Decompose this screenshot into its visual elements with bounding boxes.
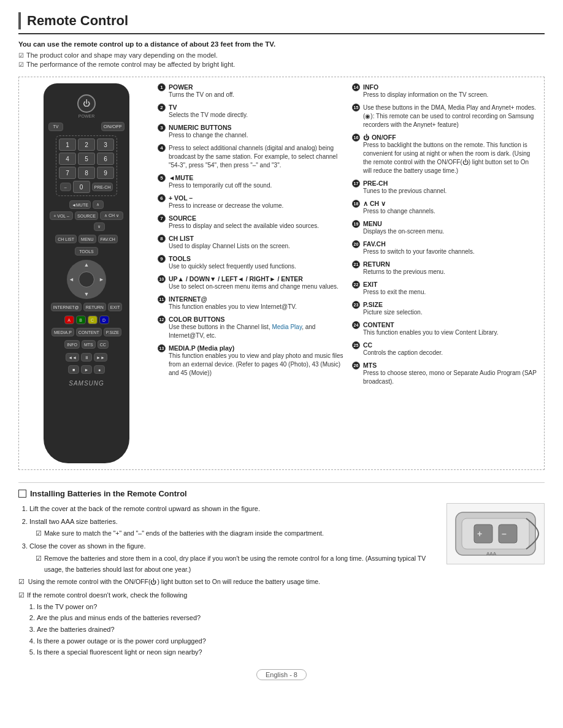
nav-right-icon: ►	[99, 276, 104, 282]
desc-15: 15 Use these buttons in the DMA, Media P…	[352, 104, 538, 129]
tv-button[interactable]: TV	[48, 123, 63, 131]
pause-button[interactable]: ⏸	[81, 353, 92, 362]
desc-11: 11 INTERNET@This function enables you to…	[158, 295, 343, 311]
red-button[interactable]: A	[64, 316, 74, 324]
desc-12: 12 COLOR BUTTONSUse these buttons in the…	[158, 316, 343, 340]
desc-20: 20 FAV.CHPress to switch to your favorit…	[352, 240, 538, 256]
note-icon-1: ☑	[18, 52, 24, 59]
internet-button[interactable]: INTERNET@	[51, 303, 82, 311]
desc-19: 19 MENUDisplays the on-screen menu.	[352, 220, 538, 236]
troubleshoot-list: Is the TV power on? Are the plus and min…	[18, 601, 434, 658]
nav-ring: ▲ ▼ ◄ ►	[67, 260, 106, 299]
exit-button[interactable]: EXIT	[108, 303, 123, 311]
menu-button[interactable]: MENU	[79, 235, 96, 243]
num-6[interactable]: 6	[97, 153, 114, 165]
num-5[interactable]: 5	[78, 153, 95, 165]
rewind-button[interactable]: ◄◄	[66, 353, 79, 362]
troubleshoot: ☑ If the remote control doesn't work, ch…	[18, 591, 434, 658]
desc-25: 25 CCControls the caption decoder.	[352, 341, 538, 357]
ts-icon: ☑	[18, 591, 25, 599]
note-item-2: ☑ The performance of the remote control …	[18, 61, 545, 68]
descriptions: 1 POWERTurns the TV on and off. 2 TVSele…	[158, 83, 538, 463]
mute-button[interactable]: ◄MUTE	[69, 200, 91, 209]
mts-button[interactable]: MTS	[82, 340, 96, 349]
stop-button[interactable]: ■	[68, 365, 79, 374]
num-2[interactable]: 2	[78, 138, 95, 151]
desc-16: 16 ⏻ ON/OFFPress to backlight the button…	[352, 134, 538, 175]
battery-checkbox	[18, 490, 26, 498]
yellow-button[interactable]: C	[88, 316, 98, 324]
remote-diagram: ⏻ POWER TV ON/OFF 1 2 3 4 5 6 7 8	[25, 83, 148, 463]
desc-26: 26 MTSPress to choose stereo, mono or Se…	[352, 362, 538, 386]
sub-note-2: ☑ Remove the batteries and store them in…	[36, 553, 434, 575]
page-title: Remote Control	[18, 12, 545, 34]
ts-item-5: Is there a special fluorescent light or …	[37, 646, 434, 658]
desc-6: 6 + VOL –Press to increase or decrease t…	[158, 194, 343, 210]
svg-text:AAA: AAA	[486, 551, 497, 556]
desc-23: 23 P.SIZEPicture size selection.	[352, 301, 538, 317]
ffwd-button[interactable]: ►►	[94, 353, 107, 362]
desc-24: 24 CONTENTThis function enables you to v…	[352, 321, 538, 337]
ch-up-button[interactable]: ∧	[93, 200, 104, 209]
source-button[interactable]: SOURCE	[75, 211, 98, 220]
page-footer: English - 8	[18, 669, 545, 680]
nav-down-icon: ▼	[84, 291, 90, 297]
ts-item-4: Is there a power outage or is the power …	[37, 635, 434, 647]
desc-8: 8 CH LISTUsed to display Channel Lists o…	[158, 235, 343, 251]
ts-item-2: Are the plus and minus ends of the batte…	[37, 612, 434, 624]
intro-bold: You can use the remote control up to a d…	[18, 40, 545, 48]
chlist-button[interactable]: CH LIST	[55, 235, 77, 243]
desc-14: 14 INFOPress to display information on t…	[352, 83, 538, 99]
note-icon-2: ☑	[18, 61, 24, 68]
green-button[interactable]: B	[76, 316, 86, 324]
desc-21: 21 RETURNReturns to the previous menu.	[352, 260, 538, 276]
num-1[interactable]: 1	[59, 138, 76, 151]
blue-button[interactable]: D	[99, 316, 109, 324]
desc-22: 22 EXITPress to exit the menu.	[352, 281, 538, 297]
vol-buttons[interactable]: + VOL –	[50, 211, 73, 220]
desc-9: 9 TOOLSUse to quickly select frequently …	[158, 255, 343, 271]
sub-note-1: ☑ Make sure to match the "+" and "–" end…	[36, 528, 434, 539]
ch-buttons[interactable]: ∧ CH ∨	[100, 211, 123, 220]
play-button[interactable]: ►	[81, 365, 92, 374]
num-4[interactable]: 4	[59, 153, 76, 165]
desc-col-left: 1 POWERTurns the TV on and off. 2 TVSele…	[158, 83, 343, 463]
content-button[interactable]: CONTENT	[76, 328, 102, 336]
desc-7: 7 SOURCEPress to display and select the …	[158, 214, 343, 230]
tools-button[interactable]: TOOLS	[75, 247, 98, 256]
desc-18: 18 ∧ CH ∨Press to change channels.	[352, 200, 538, 216]
svg-text:+: +	[477, 529, 482, 539]
numpad-grid: 1 2 3 4 5 6 7 8 9	[59, 138, 114, 179]
battery-footnote: ☑ Using the remote control with the ON/O…	[18, 578, 434, 585]
battery-svg: + – AAA	[450, 506, 542, 561]
num-8[interactable]: 8	[78, 167, 95, 179]
sub-note-icon-1: ☑	[36, 528, 42, 539]
battery-content: Lift the cover at the back of the remote…	[18, 503, 545, 658]
cc-button[interactable]: CC	[98, 340, 109, 349]
dash-button[interactable]: –	[60, 183, 71, 191]
prech-button[interactable]: PRE-CH	[92, 183, 113, 191]
battery-image: + – AAA	[446, 503, 545, 564]
return-button[interactable]: RETURN	[83, 303, 106, 311]
title-bar	[18, 12, 21, 29]
power-button[interactable]: ⏻	[77, 94, 96, 113]
num-3[interactable]: 3	[97, 138, 114, 151]
main-content: ⏻ POWER TV ON/OFF 1 2 3 4 5 6 7 8	[18, 77, 545, 470]
num-0[interactable]: 0	[73, 181, 90, 193]
info-button[interactable]: INFO	[64, 340, 80, 349]
onoff-button[interactable]: ON/OFF	[101, 122, 124, 131]
desc-4: 4 Press to select additional channels (d…	[158, 144, 343, 170]
desc-1: 1 POWERTurns the TV on and off.	[158, 83, 343, 99]
num-7[interactable]: 7	[59, 167, 76, 179]
desc-2: 2 TVSelects the TV mode directly.	[158, 104, 343, 119]
battery-title: Installing Batteries in the Remote Contr…	[18, 489, 545, 498]
step-1: Lift the cover at the back of the remote…	[29, 503, 434, 515]
nav-enter-button[interactable]	[79, 271, 94, 287]
mediap-button[interactable]: MEDIA.P	[52, 328, 74, 336]
favch-button[interactable]: FAV.CH	[98, 235, 118, 243]
ch-down-button[interactable]: ∨	[94, 222, 105, 231]
num-9[interactable]: 9	[97, 167, 114, 179]
psize-button[interactable]: P.SIZE	[104, 328, 121, 336]
rec-button[interactable]: ●	[94, 365, 105, 374]
samsung-logo: SAMSUNG	[69, 380, 104, 387]
